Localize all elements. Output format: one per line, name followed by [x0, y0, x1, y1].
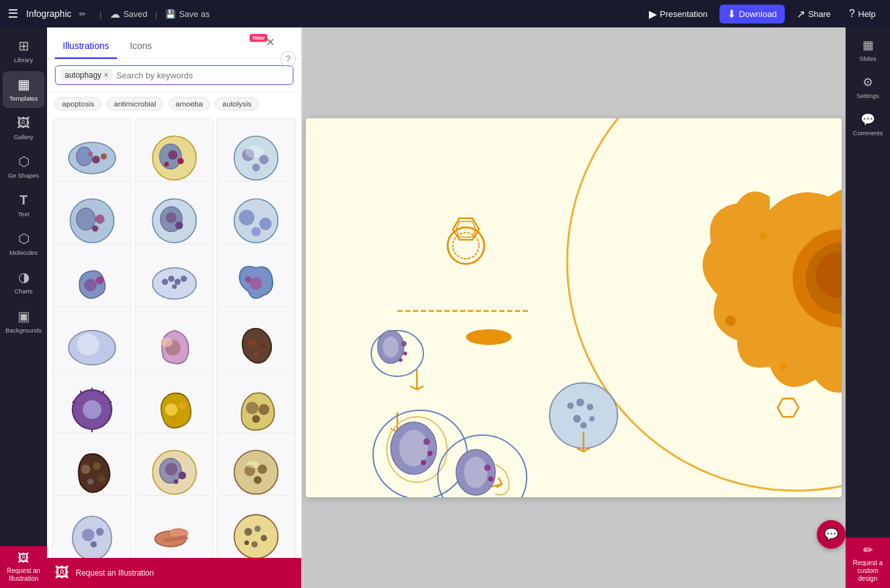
svg-point-61 — [88, 478, 94, 485]
list-item[interactable] — [52, 495, 132, 558]
svg-point-25 — [259, 218, 272, 230]
canvas-area[interactable] — [302, 27, 846, 588]
sidebar-item-charts[interactable]: ◑ Charts — [3, 264, 44, 300]
keyword-antimicrobial[interactable]: antimicrobial — [107, 97, 163, 110]
search-area: autophagy × — [47, 59, 301, 92]
menu-icon[interactable]: ☰ — [8, 7, 18, 21]
svg-point-14 — [245, 146, 264, 158]
sidebar-item-templates[interactable]: ▦ Templates — [3, 71, 44, 107]
svg-point-43 — [254, 352, 259, 357]
svg-point-32 — [174, 279, 180, 286]
svg-point-115 — [488, 476, 493, 482]
search-box[interactable]: autophagy × — [55, 65, 293, 85]
keyword-autolysis[interactable]: autolysis — [215, 97, 259, 110]
svg-point-97 — [466, 329, 512, 345]
sidebar-item-molecules[interactable]: ⬡ Molecules — [3, 225, 44, 261]
download-button[interactable]: ⬇ Download — [719, 5, 785, 24]
sidebar-item-settings[interactable]: ⚙ Settings — [848, 70, 887, 105]
svg-point-18 — [92, 225, 99, 232]
gallery-icon: 🖼 — [17, 116, 30, 131]
request-illustration-button[interactable]: 🖼 Request an Illustration — [47, 558, 301, 588]
svg-point-21 — [165, 212, 176, 223]
list-item[interactable] — [135, 495, 214, 558]
sidebar-item-gallery[interactable]: 🖼 Gallery — [3, 110, 44, 146]
svg-point-16 — [76, 208, 95, 231]
svg-point-3 — [88, 152, 93, 156]
svg-point-93 — [779, 363, 787, 370]
svg-point-103 — [399, 358, 403, 362]
presentation-icon: ▶ — [649, 8, 657, 20]
svg-point-38 — [77, 334, 99, 356]
svg-point-107 — [423, 438, 430, 445]
svg-point-22 — [175, 221, 183, 229]
svg-point-109 — [421, 460, 426, 465]
svg-point-65 — [178, 471, 186, 479]
sidebar-item-shapes[interactable]: ⬡ Ge Shapes — [3, 148, 44, 184]
svg-point-13 — [252, 163, 260, 171]
sidebar-item-library[interactable]: ⊞ Library — [3, 33, 44, 69]
keyword-amoeba[interactable]: amoeba — [169, 97, 210, 110]
keyword-suggestions: apoptosis antimicrobial amoeba autolysis — [47, 92, 301, 116]
svg-point-2 — [92, 155, 100, 163]
presentation-button[interactable]: ▶ Presentation — [642, 5, 714, 23]
keyword-apoptosis[interactable]: apoptosis — [55, 97, 101, 110]
edit-icon[interactable]: ✏ — [79, 9, 86, 19]
sidebar-item-comments[interactable]: 💬 Comments — [848, 107, 887, 142]
svg-point-108 — [427, 451, 433, 456]
illustrations-panel: Illustrations Icons New ✕ ? autophagy × … — [47, 27, 302, 588]
share-icon: ↗ — [797, 8, 805, 20]
charts-icon: ◑ — [18, 269, 29, 285]
topbar-divider: | — [99, 9, 101, 19]
svg-point-88 — [759, 232, 767, 240]
chat-bubble-button[interactable]: 💬 — [817, 520, 846, 549]
svg-point-33 — [180, 276, 187, 282]
svg-point-81 — [261, 535, 267, 542]
svg-point-34 — [172, 284, 176, 289]
svg-point-36 — [245, 276, 252, 283]
svg-point-30 — [161, 279, 168, 286]
request-illustration-cta[interactable]: 🖼 Request an Illustration — [0, 546, 47, 588]
svg-point-31 — [168, 276, 174, 282]
tab-illustrations[interactable]: Illustrations — [55, 35, 117, 59]
tab-icons[interactable]: Icons — [122, 35, 159, 59]
svg-point-8 — [177, 158, 184, 165]
svg-point-67 — [235, 450, 278, 494]
help-icon: ? — [849, 8, 855, 20]
svg-point-64 — [165, 463, 177, 475]
illustrations-grid — [47, 116, 301, 558]
sidebar-item-text[interactable]: T Text — [3, 188, 44, 223]
svg-point-122 — [580, 422, 587, 429]
svg-point-113 — [464, 457, 487, 488]
help-button[interactable]: ? Help — [842, 5, 882, 22]
svg-point-24 — [239, 210, 255, 225]
svg-point-118 — [576, 399, 584, 406]
sidebar-item-backgrounds[interactable]: ▣ Backgrounds — [3, 303, 44, 339]
list-item[interactable] — [216, 495, 296, 558]
panel-help-button[interactable]: ? — [280, 51, 296, 67]
svg-point-9 — [164, 162, 169, 167]
svg-point-117 — [567, 402, 574, 409]
search-input[interactable] — [116, 71, 288, 80]
request-custom-design-cta[interactable]: ✏ Request a custom design — [846, 538, 890, 588]
document-title[interactable]: Infographic — [26, 8, 71, 19]
chat-icon: 💬 — [824, 527, 838, 542]
svg-point-82 — [252, 541, 258, 547]
save-icon: 💾 — [165, 9, 176, 19]
saved-indicator: ☁ Saved — [110, 8, 148, 20]
slides-icon: ▦ — [863, 38, 874, 52]
left-sidebar: ⊞ Library ▦ Templates 🖼 Gallery ⬡ Ge Sha… — [0, 27, 47, 588]
svg-point-101 — [401, 341, 406, 346]
sidebar-item-slides[interactable]: ▦ Slides — [848, 33, 887, 67]
svg-point-57 — [252, 415, 260, 423]
svg-marker-125 — [778, 399, 799, 417]
search-tag-remove[interactable]: × — [104, 71, 108, 80]
svg-point-45 — [82, 400, 101, 419]
panel-header: Illustrations Icons New ✕ — [47, 27, 301, 59]
panel-close-button[interactable]: ✕ — [262, 34, 278, 50]
save-as-button[interactable]: 💾 Save as — [165, 9, 210, 19]
settings-icon: ⚙ — [863, 75, 873, 90]
svg-point-119 — [587, 404, 593, 410]
templates-icon: ▦ — [18, 76, 30, 92]
share-button[interactable]: ↗ Share — [790, 5, 838, 23]
comments-icon: 💬 — [861, 112, 875, 127]
